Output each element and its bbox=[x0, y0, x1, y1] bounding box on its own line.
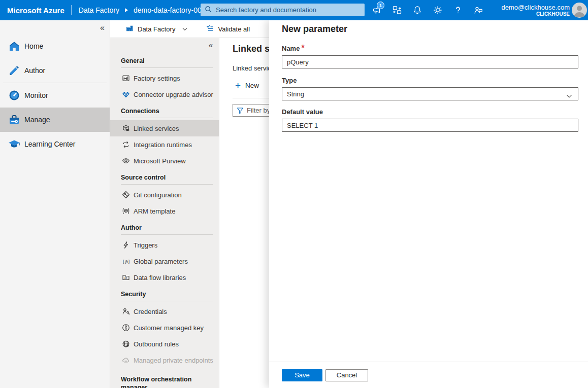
linked-services-icon bbox=[122, 124, 130, 132]
validate-icon bbox=[206, 24, 214, 34]
account-tenant: CLICKHOUSE bbox=[536, 11, 570, 17]
git-icon bbox=[122, 191, 130, 199]
sidebar-item-linked-services[interactable]: Linked services bbox=[110, 120, 219, 136]
feedback-button[interactable] bbox=[468, 0, 488, 20]
plus-icon: + bbox=[235, 81, 241, 90]
section-divider bbox=[121, 184, 213, 185]
sidebar-section-header: Security bbox=[110, 286, 219, 301]
nav-item-author[interactable]: Author bbox=[0, 58, 110, 83]
sidebar-item-connector-upgrade-advisor[interactable]: Connector upgrade advisor bbox=[110, 86, 219, 102]
sidebar-section-header: Workflow orchestration manager bbox=[110, 368, 204, 388]
nav-item-home[interactable]: Home bbox=[0, 34, 110, 58]
type-label: Type bbox=[282, 77, 578, 85]
sidebar-item-label: ARM template bbox=[134, 207, 175, 215]
sidebar-collapse-icon[interactable]: « bbox=[207, 40, 215, 50]
toolbox-icon bbox=[8, 114, 20, 126]
sidebar-item-microsoft-purview[interactable]: Microsoft Purview bbox=[110, 153, 219, 169]
settings-gear-button[interactable] bbox=[428, 0, 448, 20]
sidebar-item-label: Data flow libraries bbox=[134, 274, 186, 281]
nav-item-learning-center[interactable]: Learning Center bbox=[0, 132, 110, 156]
managed-key-icon bbox=[122, 324, 130, 332]
cancel-button[interactable]: Cancel bbox=[325, 369, 368, 381]
announcements-button[interactable]: 1 bbox=[367, 0, 387, 20]
arm-template-icon bbox=[122, 207, 130, 215]
section-divider bbox=[121, 67, 213, 68]
filter-funnel-icon bbox=[237, 107, 244, 114]
cloud-icon bbox=[122, 356, 130, 364]
avatar[interactable] bbox=[572, 3, 587, 18]
leftnav-collapse-icon[interactable]: « bbox=[98, 22, 107, 33]
breadcrumb-caret-icon bbox=[124, 8, 128, 13]
panel-title: New parameter bbox=[282, 24, 347, 34]
nav-label: Manage bbox=[24, 116, 50, 124]
home-icon bbox=[8, 40, 20, 52]
new-button-label: New bbox=[245, 82, 259, 89]
default-value-input[interactable] bbox=[282, 119, 578, 132]
left-nav: « Home Author Monitor Manage bbox=[0, 20, 110, 388]
switch-resource-button[interactable] bbox=[387, 0, 407, 20]
sidebar-item-managed-private-endpoints[interactable]: Managed private endpoints bbox=[110, 352, 219, 368]
topbar-icon-row: 1 bbox=[367, 0, 488, 20]
chevron-down-icon bbox=[566, 92, 572, 100]
azure-logo[interactable]: Microsoft Azure bbox=[7, 6, 64, 15]
sidebar-item-label: Linked services bbox=[134, 125, 179, 132]
sidebar-section-header: Source control bbox=[110, 169, 219, 184]
sidebar-item-credentials[interactable]: Credentials bbox=[110, 303, 219, 320]
new-parameter-panel: New parameter Name* Type String Default … bbox=[269, 20, 588, 388]
type-select-value: String bbox=[287, 90, 304, 98]
nav-label: Learning Center bbox=[24, 140, 75, 148]
sidebar-item-data-flow-libraries[interactable]: fx Data flow libraries bbox=[110, 269, 219, 286]
panel-footer: Save Cancel bbox=[269, 362, 588, 388]
breadcrumb-app[interactable]: Data Factory bbox=[79, 6, 119, 14]
integration-runtimes-icon bbox=[122, 140, 130, 149]
globe-icon bbox=[122, 340, 130, 348]
account-info[interactable]: demo@clickhouse.com CLICKHOUSE bbox=[501, 0, 570, 20]
data-flow-libraries-icon: fx bbox=[122, 273, 130, 281]
sidebar-item-label: Credentials bbox=[134, 308, 167, 315]
top-bar: Microsoft Azure Data Factory demo-data-f… bbox=[0, 0, 588, 20]
sidebar-item-outbound-rules[interactable]: Outbound rules bbox=[110, 336, 219, 352]
global-parameters-icon: [@] bbox=[122, 257, 130, 265]
sidebar-item-label: Customer managed key bbox=[134, 324, 204, 332]
nav-label: Author bbox=[24, 66, 45, 75]
sidebar-item-label: Integration runtimes bbox=[134, 141, 192, 149]
validate-all-button[interactable]: Validate all bbox=[206, 24, 250, 34]
breadcrumb-instance[interactable]: demo-data-factory-00 bbox=[134, 6, 208, 14]
sidebar-item-integration-runtimes[interactable]: Integration runtimes bbox=[110, 136, 219, 153]
sidebar-item-global-parameters[interactable]: [@] Global parameters bbox=[110, 253, 219, 269]
sidebar-section-header: General bbox=[110, 52, 219, 67]
name-input[interactable] bbox=[282, 55, 578, 68]
sidebar-item-label: Outbound rules bbox=[134, 340, 179, 348]
sidebar-item-arm-template[interactable]: ARM template bbox=[110, 203, 219, 219]
eye-icon bbox=[122, 157, 130, 165]
help-button[interactable] bbox=[448, 0, 468, 20]
sidebar-item-customer-managed-key[interactable]: Customer managed key bbox=[110, 320, 219, 336]
section-divider bbox=[121, 118, 213, 118]
factory-chevron-down-icon[interactable] bbox=[182, 27, 187, 31]
factory-selector-label: Data Factory bbox=[138, 25, 175, 33]
required-asterisk: * bbox=[301, 44, 304, 52]
name-label: Name bbox=[282, 45, 300, 52]
notification-badge: 1 bbox=[377, 2, 384, 9]
save-button[interactable]: Save bbox=[282, 369, 322, 381]
nav-item-monitor[interactable]: Monitor bbox=[0, 83, 110, 108]
factory-settings-icon bbox=[122, 74, 130, 82]
factory-selector[interactable]: Data Factory bbox=[125, 24, 175, 34]
sidebar-item-label: Factory settings bbox=[134, 75, 180, 82]
svg-text:[@]: [@] bbox=[122, 259, 130, 264]
new-button[interactable]: + New bbox=[235, 81, 259, 90]
topbar-divider bbox=[71, 5, 72, 15]
sidebar-item-factory-settings[interactable]: Factory settings bbox=[110, 70, 219, 86]
nav-item-manage[interactable]: Manage bbox=[0, 108, 110, 132]
sidebar-item-git-configuration[interactable]: Git configuration bbox=[110, 187, 219, 203]
notifications-bell-button[interactable] bbox=[407, 0, 428, 20]
section-divider bbox=[121, 301, 213, 301]
sidebar-item-label: Managed private endpoints bbox=[134, 357, 213, 364]
lightning-icon bbox=[122, 241, 130, 249]
type-select[interactable]: String bbox=[282, 87, 578, 100]
credentials-icon bbox=[122, 307, 130, 315]
sidebar-item-label: Triggers bbox=[134, 241, 157, 249]
sidebar-item-triggers[interactable]: Triggers bbox=[110, 237, 219, 253]
sidebar-item-label: Connector upgrade advisor bbox=[134, 91, 213, 98]
search-input[interactable] bbox=[201, 4, 365, 16]
